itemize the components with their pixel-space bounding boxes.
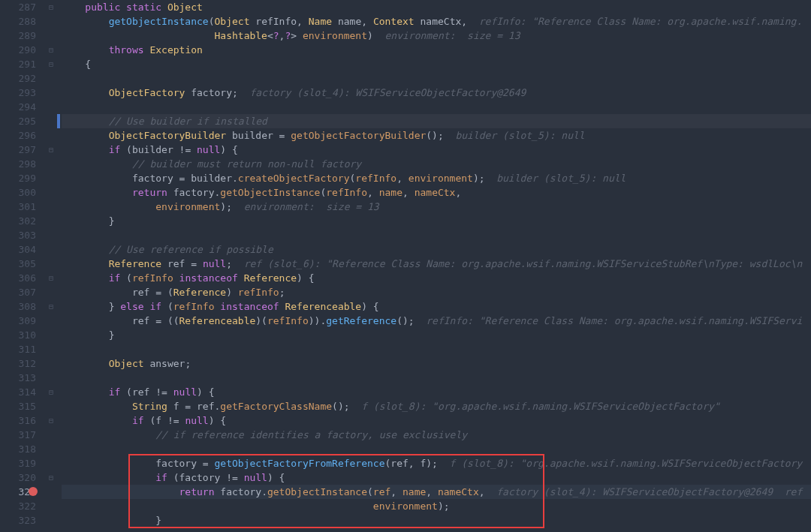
line-number[interactable]: 308 (0, 299, 36, 314)
code-line[interactable]: } (62, 328, 811, 342)
line-number-gutter[interactable]: 2872882892902912922932942952962972982993… (0, 0, 45, 532)
fold-marker[interactable] (45, 314, 57, 328)
line-number[interactable]: 322 (0, 499, 36, 513)
code-line[interactable]: ObjectFactoryBuilder builder = getObject… (62, 128, 811, 143)
fold-marker[interactable] (45, 114, 57, 128)
line-number[interactable]: 318 (0, 442, 36, 456)
line-number[interactable]: 313 (0, 371, 36, 385)
fold-marker[interactable] (45, 71, 57, 86)
code-line[interactable]: environment); (62, 499, 811, 513)
code-line[interactable]: ref = ((Referenceable)(refInfo)).getRefe… (62, 314, 811, 328)
code-line[interactable]: if (factory != null) { (62, 470, 811, 485)
fold-marker[interactable]: ⊟ (45, 0, 57, 14)
code-line[interactable] (62, 342, 811, 356)
fold-marker[interactable] (45, 399, 57, 413)
fold-marker[interactable] (45, 242, 57, 257)
fold-gutter[interactable]: ⊟⊟⊟⊟⊟⊟⊟⊟⊟ (45, 0, 57, 532)
fold-marker[interactable]: ⊟ (45, 413, 57, 428)
fold-marker[interactable] (45, 356, 57, 371)
line-number[interactable]: 300 (0, 185, 36, 200)
fold-marker[interactable]: ⊟ (45, 299, 57, 314)
fold-marker[interactable] (45, 285, 57, 299)
line-number[interactable]: 291 (0, 57, 36, 71)
code-line[interactable]: if (builder != null) { (62, 143, 811, 157)
line-number[interactable]: 303 (0, 228, 36, 242)
line-number[interactable]: 306 (0, 271, 36, 285)
line-number[interactable]: 312 (0, 356, 36, 371)
code-line[interactable]: // builder must return non-null factory (62, 157, 811, 171)
fold-marker[interactable]: ⊟ (45, 470, 57, 485)
fold-marker[interactable] (45, 328, 57, 342)
line-number[interactable]: 316 (0, 413, 36, 428)
fold-marker[interactable] (45, 442, 57, 456)
code-line[interactable] (62, 371, 811, 385)
line-number[interactable]: 320 (0, 470, 36, 485)
code-area[interactable]: public static Object getObjectInstance(O… (57, 0, 811, 532)
code-line[interactable]: throws Exception (62, 43, 811, 57)
fold-marker[interactable] (45, 456, 57, 470)
line-number[interactable]: 307 (0, 285, 36, 299)
line-number[interactable]: 295 (0, 114, 36, 128)
code-line[interactable]: Hashtable<?,?> environment) environment:… (62, 29, 811, 43)
fold-marker[interactable] (45, 100, 57, 114)
fold-marker[interactable] (45, 86, 57, 100)
code-line[interactable]: String f = ref.getFactoryClassName(); f … (62, 399, 811, 413)
code-line[interactable]: } else if (refInfo instanceof Referencea… (62, 299, 811, 314)
fold-marker[interactable] (45, 257, 57, 271)
fold-marker[interactable] (45, 214, 57, 228)
fold-marker[interactable] (45, 485, 57, 499)
fold-marker[interactable] (45, 128, 57, 143)
code-line[interactable]: factory = getObjectFactoryFromReference(… (62, 456, 811, 470)
fold-marker[interactable] (45, 14, 57, 29)
line-number[interactable]: 304 (0, 242, 36, 257)
code-line[interactable]: } (62, 513, 811, 527)
line-number[interactable]: 305 (0, 257, 36, 271)
line-number[interactable]: 309 (0, 314, 36, 328)
code-line[interactable]: // if reference identifies a factory, us… (62, 428, 811, 442)
code-line[interactable]: // Use builder if installed (62, 114, 811, 128)
fold-marker[interactable] (45, 157, 57, 171)
code-line[interactable] (62, 71, 811, 86)
line-number[interactable]: 290 (0, 43, 36, 57)
line-number[interactable]: 301 (0, 200, 36, 214)
code-line[interactable]: environment); environment: size = 13 (62, 200, 811, 214)
code-line[interactable]: return factory.getObjectInstance(ref, na… (62, 485, 811, 499)
line-number[interactable]: 292 (0, 71, 36, 86)
line-number[interactable]: 294 (0, 100, 36, 114)
code-line[interactable]: if (ref != null) { (62, 385, 811, 399)
line-number[interactable]: 319 (0, 456, 36, 470)
fold-marker[interactable]: ⊟ (45, 385, 57, 399)
line-number[interactable]: 287 (0, 0, 36, 14)
fold-marker[interactable] (45, 499, 57, 513)
code-line[interactable] (62, 442, 811, 456)
code-line[interactable]: } (62, 214, 811, 228)
code-line[interactable]: getObjectInstance(Object refInfo, Name n… (62, 14, 811, 29)
code-line[interactable] (62, 100, 811, 114)
line-number[interactable]: 314 (0, 385, 36, 399)
fold-marker[interactable] (45, 29, 57, 43)
code-line[interactable]: ref = (Reference) refInfo; (62, 285, 811, 299)
code-line[interactable]: { (62, 57, 811, 71)
line-number[interactable]: 323 (0, 513, 36, 527)
line-number[interactable]: 297 (0, 143, 36, 157)
code-line[interactable]: factory = builder.createObjectFactory(re… (62, 171, 811, 185)
fold-marker[interactable] (45, 228, 57, 242)
line-number[interactable]: 317 (0, 428, 36, 442)
code-line[interactable]: ObjectFactory factory; factory (slot_4):… (62, 86, 811, 100)
code-line[interactable]: if (refInfo instanceof Reference) { (62, 271, 811, 285)
fold-marker[interactable]: ⊟ (45, 57, 57, 71)
fold-marker[interactable]: ⊟ (45, 143, 57, 157)
fold-marker[interactable] (45, 513, 57, 527)
code-line[interactable]: public static Object (62, 0, 811, 14)
code-line[interactable]: return factory.getObjectInstance(refInfo… (62, 185, 811, 200)
fold-marker[interactable] (45, 428, 57, 442)
fold-marker[interactable] (45, 200, 57, 214)
fold-marker[interactable] (45, 185, 57, 200)
line-number[interactable]: 315 (0, 399, 36, 413)
code-line[interactable]: Reference ref = null; ref (slot_6): "Ref… (62, 257, 811, 271)
line-number[interactable]: 310 (0, 328, 36, 342)
fold-marker[interactable] (45, 171, 57, 185)
code-line[interactable]: if (f != null) { (62, 413, 811, 428)
code-line[interactable] (62, 228, 811, 242)
line-number[interactable]: 298 (0, 157, 36, 171)
